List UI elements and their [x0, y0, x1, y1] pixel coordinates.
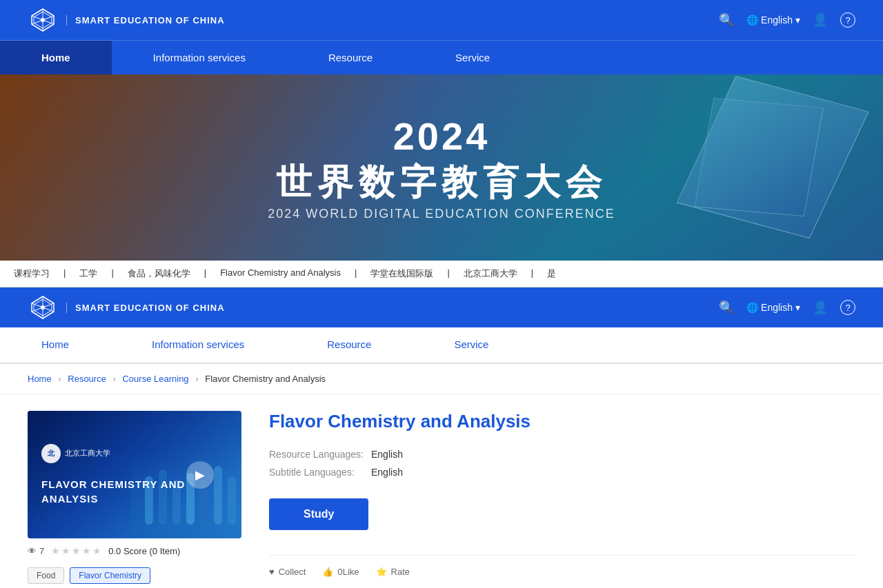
breadcrumb-resource[interactable]: Resource [68, 374, 106, 384]
collect-action[interactable]: ♥ Collect [269, 567, 306, 577]
second-user-icon[interactable]: 👤 [813, 300, 828, 315]
breadcrumb-sep-3: › [195, 374, 201, 384]
course-meta-bar: 👁 7 ★ ★ ★ ★ ★ 0.0 Score (0 Item) [28, 538, 241, 563]
thumb-up-icon: 👍 [322, 567, 333, 577]
second-language-selector[interactable]: 🌐 English ▾ [746, 302, 800, 313]
rate-action[interactable]: ⭐ Rate [376, 567, 410, 577]
course-image-container: 北 北京工商大学 FLAVOR CHEMISTRY AND ANALYSIS ▶… [28, 411, 241, 588]
toolbar-sep-1: | [63, 267, 66, 280]
resource-language-label: Resource Languages: [269, 449, 366, 460]
breadcrumb-course-learning[interactable]: Course Learning [122, 374, 188, 384]
star-3: ★ [72, 545, 81, 556]
toolbar-item-2[interactable]: 工学 [79, 267, 97, 280]
top-site-name: SMART EDUCATION OF CHINA [66, 15, 225, 26]
star-rating[interactable]: ★ ★ ★ ★ ★ [51, 545, 101, 556]
second-nav-resource[interactable]: Resource [286, 327, 413, 363]
svg-point-6 [41, 18, 45, 22]
tag-flavor-chemistry[interactable]: Flavor Chemistry [70, 567, 150, 584]
toolbar-sep-4: | [355, 267, 357, 280]
hero-chinese-title: 世界数字教育大会 [268, 159, 615, 207]
breadcrumb-sep-1: › [58, 374, 63, 384]
hero-year: 2024 [268, 114, 615, 159]
course-image: 北 北京工商大学 FLAVOR CHEMISTRY AND ANALYSIS ▶ [28, 411, 241, 538]
study-button[interactable]: Study [269, 498, 368, 530]
chevron-down-icon: ▾ [795, 14, 800, 26]
nav-item-info-services[interactable]: Information services [112, 41, 287, 74]
breadcrumb-sep-2: › [113, 374, 119, 384]
globe-icon: 🌐 [746, 14, 758, 26]
like-action[interactable]: 👍 0Like [322, 567, 359, 577]
search-icon[interactable]: 🔍 [719, 12, 734, 28]
toolbar-item-7[interactable]: 是 [547, 267, 556, 280]
score-value: 0.0 [108, 546, 121, 556]
course-title: Flavor Chemistry and Analysis [269, 411, 855, 432]
toolbar-sep-6: | [531, 267, 533, 280]
top-nav: Home Information services Resource Servi… [0, 40, 883, 74]
star-5: ★ [92, 545, 101, 556]
toolbar-item-4[interactable]: Flavor Chemistry and Analysis [220, 267, 341, 280]
second-logo-icon [28, 292, 58, 323]
view-count: 👁 7 [28, 546, 44, 556]
main-content: 北 北京工商大学 FLAVOR CHEMISTRY AND ANALYSIS ▶… [0, 394, 883, 588]
items-label: (0 Item) [150, 546, 181, 556]
toolbar-sep-2: | [111, 267, 113, 280]
help-icon[interactable]: ? [840, 12, 855, 28]
star-1: ★ [51, 545, 60, 556]
toolbar-item-1[interactable]: 课程学习 [14, 267, 50, 280]
header-right: 🔍 🌐 English ▾ 👤 ? [719, 12, 855, 28]
second-nav: Home Information services Resource Servi… [0, 327, 883, 364]
second-language-label: English [761, 302, 793, 313]
view-count-value: 7 [39, 546, 44, 556]
toolbar-item-6[interactable]: 北京工商大学 [464, 267, 517, 280]
user-icon[interactable]: 👤 [813, 12, 828, 28]
second-header-right: 🔍 🌐 English ▾ 👤 ? [719, 300, 855, 315]
language-label: English [761, 14, 793, 26]
breadcrumb-home[interactable]: Home [28, 374, 52, 384]
breadcrumb-current: Flavor Chemistry and Analysis [205, 374, 326, 384]
second-nav-service[interactable]: Service [413, 327, 530, 363]
star-4: ★ [82, 545, 91, 556]
page-breadcrumb: Home › Resource › Course Learning › Flav… [0, 364, 883, 394]
language-selector[interactable]: 🌐 English ▾ [746, 14, 800, 26]
star-rate-icon: ⭐ [376, 567, 387, 577]
rate-label: Rate [391, 567, 410, 577]
eye-icon: 👁 [28, 546, 37, 556]
tag-food[interactable]: Food [28, 567, 64, 584]
second-header: SMART EDUCATION OF CHINA 🔍 🌐 English ▾ 👤… [0, 287, 883, 327]
second-nav-info-services[interactable]: Information services [110, 327, 286, 363]
second-logo-area: SMART EDUCATION OF CHINA [28, 292, 225, 323]
logo-area: SMART EDUCATION OF CHINA [28, 5, 225, 35]
score-label: Score [123, 546, 147, 556]
heart-icon: ♥ [269, 567, 275, 577]
play-button[interactable]: ▶ [186, 461, 214, 489]
hero-banner: 2024 世界数字教育大会 2024 WORLD DIGITAL EDUCATI… [0, 74, 883, 261]
collect-label: Collect [279, 567, 306, 577]
resource-language-value: English [371, 449, 403, 460]
univ-logo-circle: 北 [41, 444, 61, 463]
second-site-name: SMART EDUCATION OF CHINA [66, 303, 225, 313]
toolbar-item-5[interactable]: 学堂在线国际版 [370, 267, 433, 280]
subtitle-language-label: Subtitle Languages: [269, 467, 366, 478]
like-label: 0Like [337, 567, 359, 577]
nav-item-service[interactable]: Service [414, 41, 531, 74]
second-globe-icon: 🌐 [746, 302, 758, 313]
second-nav-home[interactable]: Home [0, 327, 110, 363]
logo-icon [28, 5, 58, 35]
resource-language-row: Resource Languages: English [269, 449, 855, 460]
subtitle-language-row: Subtitle Languages: English [269, 467, 855, 478]
svg-point-12 [41, 305, 45, 310]
toolbar-sep-5: | [447, 267, 449, 280]
second-search-icon[interactable]: 🔍 [719, 300, 734, 315]
toolbar-item-3[interactable]: 食品，风味化学 [128, 267, 190, 280]
nav-item-resource[interactable]: Resource [287, 41, 414, 74]
university-name: 北京工商大学 [65, 448, 110, 458]
course-info: Flavor Chemistry and Analysis Resource L… [262, 411, 855, 588]
nav-item-home[interactable]: Home [0, 41, 112, 74]
top-header: SMART EDUCATION OF CHINA 🔍 🌐 English ▾ 👤… [0, 0, 883, 40]
toolbar-sep-3: | [204, 267, 206, 280]
second-help-icon[interactable]: ? [840, 300, 855, 315]
breadcrumb-toolbar: 课程学习 | 工学 | 食品，风味化学 | Flavor Chemistry a… [0, 261, 883, 287]
hero-english-title: 2024 WORLD DIGITAL EDUCATION CONFERENCE [268, 207, 615, 221]
score-display: 0.0 Score (0 Item) [108, 546, 180, 556]
subtitle-language-value: English [371, 467, 403, 478]
